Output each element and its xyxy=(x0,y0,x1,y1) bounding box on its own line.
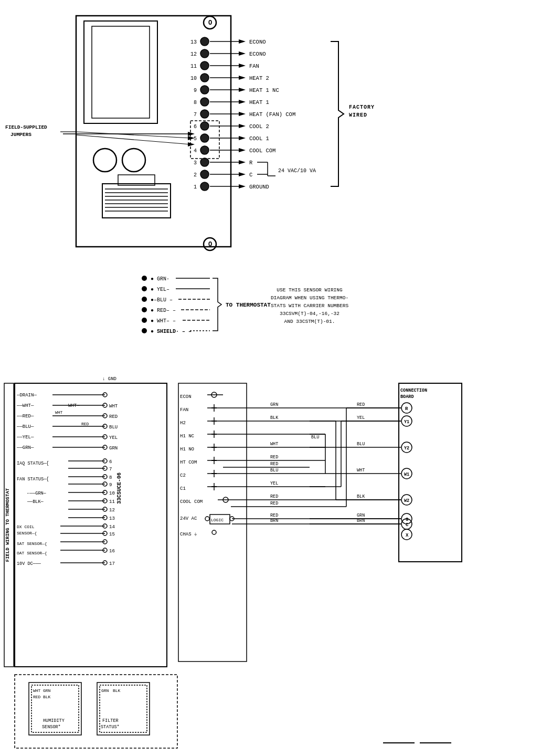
c2-blu-wire: BLU xyxy=(270,468,278,473)
h1no-label: H1 NO xyxy=(180,447,194,452)
filter-blk: BLK xyxy=(113,688,121,693)
svg-marker-44 xyxy=(239,148,246,152)
grn2-label: ←——GRN— xyxy=(27,491,47,496)
terminal-num-7: 7 xyxy=(194,112,197,118)
label-r: R xyxy=(249,160,253,166)
terminal-num-10: 10 xyxy=(190,76,197,81)
jumpers-label: FIELD-SUPPLIED xyxy=(5,124,47,130)
red-inner: RED xyxy=(81,422,89,426)
fan-status-label: FAN STATUS—{ xyxy=(17,477,49,482)
h2-blk-wire: BLK xyxy=(270,415,279,421)
w2-blk-wire: BLK xyxy=(357,494,365,499)
sensor-note-3: STATS WITH CARRIER NUMBERS xyxy=(271,303,349,309)
main-diagram-svg: FIELD WIRING TO THERMOSTAT ↓ GND —DRAIN—… xyxy=(0,357,541,756)
coolcom-center-label: COOL COM xyxy=(180,499,203,505)
svg-marker-38 xyxy=(239,124,246,128)
terminal-num-6: 6 xyxy=(194,124,197,130)
t10-label: 10 xyxy=(109,491,115,496)
svg-rect-1 xyxy=(84,21,157,123)
htcom-red2-wire: RED xyxy=(270,461,278,467)
svg-marker-55 xyxy=(239,172,246,176)
vac24-label: 24V AC xyxy=(180,516,197,521)
vac-label: 24 VAC/10 VA xyxy=(278,168,316,174)
jumpers-label2: JUMPERS xyxy=(10,132,31,138)
label-c: C xyxy=(249,172,252,178)
svg-marker-58 xyxy=(239,184,246,188)
label-cool1: COOL 1 xyxy=(249,135,269,142)
htcom-label: HT COM xyxy=(180,460,197,465)
terminal-num-8: 8 xyxy=(194,100,197,106)
y1-yel-wire: YEL xyxy=(357,415,365,421)
svg-point-53 xyxy=(200,170,209,178)
svg-point-56 xyxy=(200,182,209,191)
svg-marker-17 xyxy=(239,39,246,44)
fan-center-label: FAN xyxy=(180,407,188,413)
g-grn-wire: GRN xyxy=(357,513,365,518)
label-cool2: COOL 2 xyxy=(249,123,269,130)
t16-label: 16 xyxy=(109,549,115,554)
w2-terminal: W2 xyxy=(404,498,409,503)
svg-point-24 xyxy=(200,74,209,82)
t14-label: 14 xyxy=(109,524,115,530)
sensor-diagram-svg: ● GRN· ● YEL– ●–BLU – ● RED– – ● WHT– – … xyxy=(0,268,541,352)
y1-terminal: Y1 xyxy=(404,419,409,425)
t6-label: 6 xyxy=(109,459,112,465)
svg-point-27 xyxy=(200,86,209,94)
humidity-label1: HUMIDITY xyxy=(43,718,65,723)
h2-label: H2 xyxy=(180,421,186,426)
red-label: ——RED— xyxy=(16,414,34,419)
t17-label: 17 xyxy=(109,561,115,566)
t12-label: 12 xyxy=(109,508,115,513)
svg-point-147 xyxy=(205,517,209,521)
iaq-label: IAQ STATUS—{ xyxy=(17,461,49,466)
humidity-blk: BLK xyxy=(43,695,51,699)
t11-label: 11 xyxy=(109,499,115,505)
svg-point-70 xyxy=(142,286,147,291)
svg-marker-35 xyxy=(239,112,246,116)
conn-board-2: BOARD xyxy=(400,394,414,400)
svg-point-45 xyxy=(200,158,209,166)
wht-label2: WHT— xyxy=(68,403,80,408)
sensor-shield: ● SHIELD· – – xyxy=(151,329,192,334)
label-heat2: HEAT 2 xyxy=(249,75,269,81)
filter-label1: FILTER xyxy=(102,718,119,723)
sat-label: SAT SENSOR—{ xyxy=(17,541,47,546)
conn-board-1: CONNECTION xyxy=(400,388,427,393)
top-connector-label: O xyxy=(208,19,212,27)
terminal-13 xyxy=(200,37,209,46)
label-fan: FAN xyxy=(249,63,259,69)
wht-label: ——WHT— xyxy=(16,403,34,408)
svg-point-39 xyxy=(200,134,209,142)
svg-marker-32 xyxy=(239,100,246,104)
y2-blu-wire: BLU xyxy=(357,442,365,447)
svg-point-72 xyxy=(142,297,147,302)
c1-yel-wire: YEL xyxy=(270,481,278,486)
svg-marker-23 xyxy=(239,64,246,68)
svg-marker-41 xyxy=(239,136,246,140)
terminal-num-5: 5 xyxy=(194,136,197,142)
sensor-note-1: USE THIS SENSOR WIRING xyxy=(277,287,343,293)
blu-mid-label: BLU xyxy=(311,435,319,440)
filter-label2: STATUS* xyxy=(101,724,120,730)
svg-line-65 xyxy=(76,135,190,144)
humidity-label2: SENSOR* xyxy=(42,724,61,730)
label-heatfan: HEAT (FAN) COM xyxy=(249,111,295,118)
svg-point-3 xyxy=(93,149,116,172)
board-label: 33CSUCE-06 xyxy=(116,472,122,504)
svg-marker-67 xyxy=(188,142,195,146)
blu-right: BLU xyxy=(109,425,118,430)
yel-right: YEL xyxy=(109,435,118,440)
g-terminal: G xyxy=(406,517,408,522)
page: O O 13 ECONO 12 xyxy=(0,0,541,756)
terminal-num-4: 4 xyxy=(194,148,197,154)
terminal-num-2: 2 xyxy=(194,172,197,178)
t9-label: 9 xyxy=(109,482,112,488)
svg-marker-26 xyxy=(239,76,246,80)
econ-label: ECON xyxy=(180,394,192,400)
logic-label: LOGIC xyxy=(211,518,224,522)
h1no-wht-wire: WHT xyxy=(270,442,278,447)
label-coolcom: COOL COM xyxy=(249,148,275,154)
grn-label: ——GRN— xyxy=(16,445,34,450)
svg-rect-120 xyxy=(178,383,247,662)
svg-point-33 xyxy=(200,110,209,118)
